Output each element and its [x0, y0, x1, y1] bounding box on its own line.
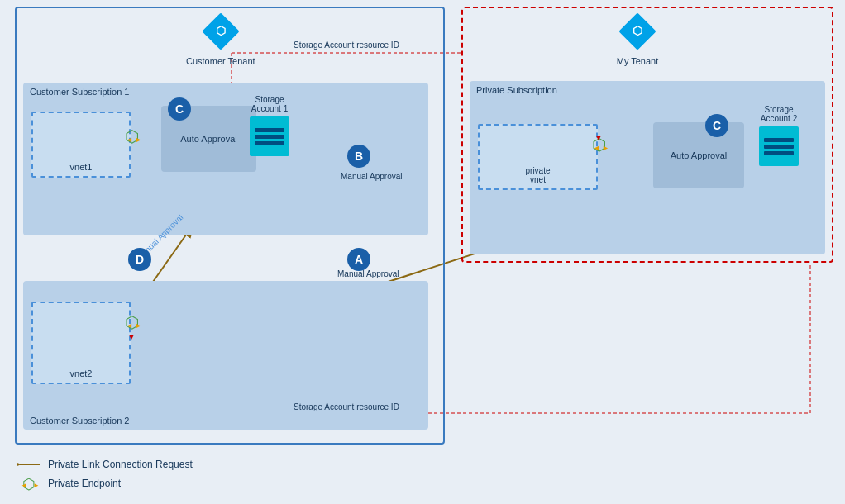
- svg-text:⬡: ⬡: [216, 24, 226, 37]
- legend-endpoint-label: Private Endpoint: [48, 478, 121, 489]
- manual-approval-a-label: Manual Approval: [337, 269, 399, 279]
- customer-tenant-header: ⬡ Customer Tenant: [186, 10, 255, 66]
- my-tenant-header: ⬡ My Tenant: [616, 10, 659, 66]
- storage-resource-id-bottom: Storage Account resource ID: [294, 402, 399, 412]
- storage-account2-container: StorageAccount 2: [759, 105, 799, 166]
- customer-tenant-azure-icon: ⬡: [199, 10, 242, 53]
- badge-c1: C: [168, 97, 191, 121]
- vnet1-pe-icon: ⬡ ◄ ►: [119, 126, 144, 152]
- private-vnet-box: privatevnet ⬡ ◄ ► ▼: [478, 124, 598, 190]
- vnet2-pe-icon: ⬡ ◄ ► ▼: [119, 311, 144, 345]
- badge-c2: C: [705, 114, 728, 137]
- storage-account1-icon: [250, 116, 289, 156]
- legend-arrow-item: Private Link Connection Request: [17, 459, 193, 470]
- storage-account2-icon: [759, 126, 799, 166]
- legend-arrow-icon: [17, 459, 41, 470]
- storage-account1-label: StorageAccount 1: [250, 95, 289, 113]
- diagram-container: ⬡ Customer Tenant ⬡ My Tenant Storage Ac…: [0, 0, 845, 504]
- svg-text:►: ►: [602, 144, 609, 152]
- legend-pe-icon: ⬡ ◄ ►: [17, 475, 41, 492]
- svg-text:▼: ▼: [594, 134, 603, 142]
- storage-resource-id-top: Storage Account resource ID: [294, 40, 399, 50]
- private-vnet-pe-icon: ⬡ ◄ ► ▼: [586, 134, 611, 167]
- vnet2-label: vnet2: [33, 368, 129, 378]
- auto-approval-1-label: Auto Approval: [180, 134, 237, 144]
- storage-account2-label: StorageAccount 2: [759, 105, 799, 123]
- customer-sub2-label: Customer Subscription 2: [30, 416, 129, 426]
- my-tenant-azure-icon: ⬡: [616, 10, 659, 53]
- private-vnet-label: privatevnet: [480, 166, 596, 184]
- private-sub-label: Private Subscription: [476, 85, 557, 95]
- vnet2-box: vnet2 ⬡ ◄ ► ▼: [31, 302, 131, 384]
- legend-endpoint-item: ⬡ ◄ ► Private Endpoint: [17, 475, 193, 492]
- auto-approval-box2: Auto Approval: [653, 122, 744, 188]
- badge-a: A: [347, 248, 370, 271]
- svg-text:◄: ◄: [126, 321, 133, 330]
- svg-text:◄: ◄: [126, 136, 133, 144]
- manual-approval-b-label: Manual Approval: [341, 171, 403, 182]
- customer-sub1-label: Customer Subscription 1: [30, 87, 129, 97]
- auto-approval-2-label: Auto Approval: [671, 150, 728, 160]
- customer-tenant-label: Customer Tenant: [186, 56, 255, 66]
- badge-d: D: [128, 248, 151, 271]
- legend-arrow-label: Private Link Connection Request: [48, 459, 193, 470]
- svg-text:⬡: ⬡: [633, 24, 642, 37]
- svg-text:▼: ▼: [127, 332, 136, 341]
- svg-text:►: ►: [135, 136, 142, 144]
- badge-b: B: [347, 145, 370, 168]
- vnet1-label: vnet1: [33, 162, 129, 172]
- svg-text:►: ►: [33, 482, 40, 489]
- vnet1-box: vnet1 ⬡ ◄ ►: [31, 112, 131, 178]
- my-tenant-label: My Tenant: [617, 56, 659, 66]
- svg-text:◄: ◄: [593, 144, 600, 152]
- legend: Private Link Connection Request ⬡ ◄ ► Pr…: [17, 459, 193, 492]
- storage-account1-container: StorageAccount 1: [250, 95, 289, 156]
- svg-text:►: ►: [135, 321, 142, 330]
- svg-text:◄: ◄: [21, 482, 27, 489]
